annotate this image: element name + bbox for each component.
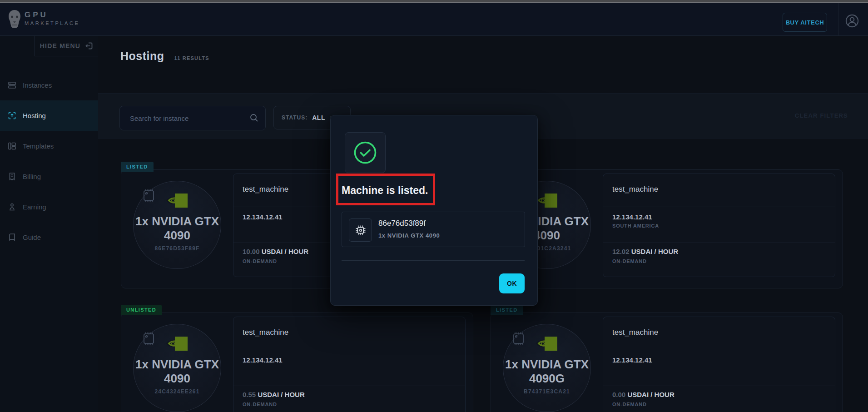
sidebar-item-instances[interactable]: Instances	[0, 70, 98, 100]
divider	[233, 350, 465, 350]
divider	[233, 386, 465, 386]
machine-id: 86E76D53F89F	[134, 245, 221, 252]
machine-ip: 12.134.12.41	[243, 356, 283, 364]
price-value: 10.00	[243, 248, 260, 255]
chip-icon	[140, 187, 157, 204]
sidebar-menu: Instances Hosting Templates	[0, 70, 98, 253]
chip-icon	[354, 223, 367, 237]
sidebar: HIDE MENU Instances Hosting	[0, 36, 99, 412]
price-unit: USDAI / HOUR	[262, 248, 308, 255]
navbar-divider	[838, 3, 838, 35]
hide-menu-button[interactable]: HIDE MENU	[35, 36, 99, 56]
price-value: 0.00	[612, 391, 625, 398]
page-header: Hosting 11 RESULTS	[120, 50, 209, 63]
divider	[603, 386, 835, 386]
divider	[603, 243, 835, 243]
dialog-machine-id: 86e76d53f89f	[378, 219, 426, 228]
earning-icon	[8, 203, 16, 211]
nvidia-logo-icon	[165, 336, 188, 352]
card-details-panel: test_machine 12.134.12.41 SOUTH AMERICA …	[603, 174, 835, 277]
brand-wordmark: GPU MARKETPLACE	[25, 10, 80, 27]
sidebar-item-billing[interactable]: Billing	[0, 161, 98, 192]
dialog-divider	[342, 260, 525, 261]
sidebar-item-label: Instances	[23, 81, 52, 89]
machine-listed-dialog: Machine is listed. 86e76d53f89f 1x NVIDI…	[330, 115, 538, 306]
sidebar-item-earning[interactable]: Earning	[0, 192, 98, 222]
machine-ip: 12.134.12.41	[612, 356, 652, 364]
sidebar-item-templates[interactable]: Templates	[0, 131, 98, 161]
machine-name: test_machine	[612, 185, 658, 194]
machine-ip: 12.134.12.41	[243, 213, 283, 221]
machine-id: B74371E3CA21	[503, 388, 590, 395]
sidebar-item-label: Earning	[23, 203, 46, 211]
gpu-circle: 1x NVIDIA GTX 4090 86E76D53F89F	[133, 181, 221, 269]
gpu-circle: 1x NVIDIA GTX 4090 24C4324EE261	[133, 324, 221, 412]
status-value: ALL	[312, 114, 325, 121]
instances-icon	[8, 81, 16, 89]
user-avatar-icon[interactable]	[845, 14, 859, 28]
billing-type: ON-DEMAND	[612, 402, 647, 407]
billing-type: ON-DEMAND	[612, 258, 647, 264]
hosting-icon	[8, 111, 16, 120]
check-circle-icon	[353, 140, 377, 165]
nvidia-logo-icon	[535, 336, 558, 352]
machine-name: test_machine	[243, 185, 288, 194]
divider	[603, 350, 835, 350]
dialog-title: Machine is listed.	[342, 184, 428, 197]
divider	[603, 207, 835, 207]
price-line: 12.02 USDAI / HOUR	[612, 248, 678, 255]
nvidia-logo-icon	[535, 193, 558, 209]
sidebar-item-hosting[interactable]: Hosting	[0, 100, 98, 131]
brand-line-1: GPU	[25, 10, 80, 20]
hide-menu-icon	[84, 41, 94, 50]
price-unit: USDAI / HOUR	[631, 248, 678, 255]
gpu-circle: 1x NVIDIA GTX 4090G B74371E3CA21	[503, 324, 591, 412]
sidebar-item-guide[interactable]: Guide	[0, 222, 98, 253]
machine-region: SOUTH AMERICA	[612, 223, 659, 228]
price-value: 12.02	[612, 248, 630, 255]
price-line: 0.55 USDAI / HOUR	[243, 391, 305, 398]
billing-type: ON-DEMAND	[243, 402, 277, 407]
buy-aitech-button[interactable]: BUY AITECH	[783, 13, 827, 32]
chip-icon	[140, 330, 157, 347]
search-input[interactable]	[120, 106, 265, 130]
page-title: Hosting	[120, 50, 164, 63]
nvidia-logo-icon	[165, 193, 188, 209]
hide-menu-label: HIDE MENU	[40, 42, 80, 50]
navbar: GPU MARKETPLACE BUY AITECH	[0, 3, 868, 36]
status-badge: UNLISTED	[121, 305, 162, 315]
card-details-panel: test_machine 12.134.12.41 0.00 USDAI / H…	[603, 317, 835, 412]
app-canvas: GPU MARKETPLACE BUY AITECH HIDE MENU	[0, 0, 868, 412]
sidebar-item-label: Guide	[23, 233, 41, 241]
billing-type: ON-DEMAND	[243, 258, 277, 264]
gpu-name: 1x NVIDIA GTX 4090	[132, 214, 223, 243]
price-line: 10.00 USDAI / HOUR	[243, 248, 308, 255]
status-badge: LISTED	[491, 305, 523, 315]
status-badge: LISTED	[121, 162, 154, 172]
price-value: 0.55	[243, 391, 256, 398]
search-box	[119, 106, 266, 130]
sidebar-item-label: Hosting	[23, 112, 46, 119]
billing-icon	[8, 172, 16, 181]
card-details-panel: test_machine 12.134.12.41 0.55 USDAI / H…	[233, 317, 466, 412]
brand-line-2: MARKETPLACE	[25, 20, 80, 27]
chip-icon-tile	[349, 218, 372, 242]
clear-filters-button[interactable]: CLEAR FILTERS	[795, 112, 848, 119]
guide-icon	[8, 233, 16, 242]
price-unit: USDAI / HOUR	[258, 391, 304, 398]
ok-button[interactable]: OK	[499, 273, 525, 293]
machine-id: 24C4324EE261	[134, 388, 221, 395]
hosting-card[interactable]: LISTED 1x NVIDIA GTX 4090G B74371E3CA	[491, 313, 843, 412]
machine-name: test_machine	[612, 328, 658, 337]
brand-logo-face	[6, 9, 23, 29]
sidebar-item-label: Templates	[23, 142, 54, 150]
hosting-card[interactable]: UNLISTED 1x NVIDIA GTX 4090 24C4324EE	[121, 313, 473, 412]
machine-name: test_machine	[243, 328, 288, 337]
chip-icon	[510, 330, 527, 347]
hosting-card[interactable]: 1x NVIDIA GTX 4090 01C2A3241 test_machin…	[491, 169, 843, 288]
status-label: STATUS:	[282, 114, 308, 121]
dialog-machine-gpu: 1x NVIDIA GTX 4090	[378, 232, 440, 239]
sidebar-item-label: Billing	[23, 173, 41, 180]
search-icon[interactable]	[249, 113, 259, 123]
dialog-machine-row: 86e76d53f89f 1x NVIDIA GTX 4090	[342, 212, 525, 247]
